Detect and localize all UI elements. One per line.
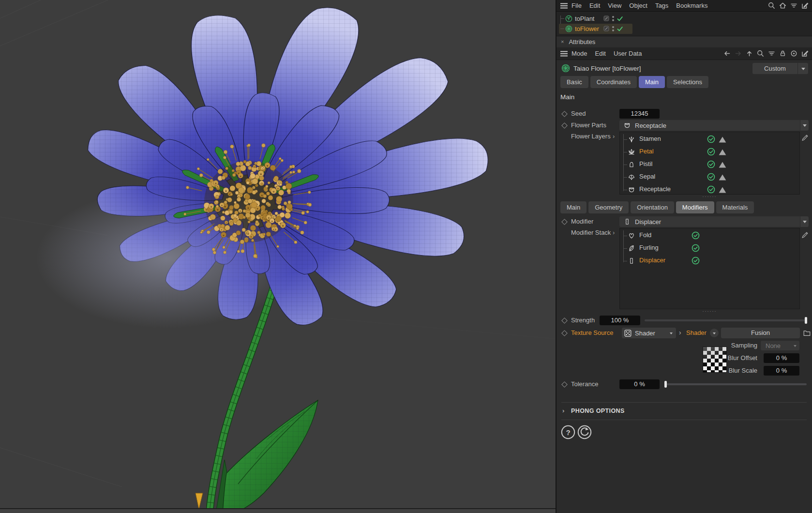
tab-basic[interactable]: Basic [560,76,588,88]
target-icon[interactable] [790,49,798,58]
chevron-down-icon [670,332,673,336]
menu-object[interactable]: Object [625,2,651,9]
item-enabled-icon[interactable] [707,185,715,194]
slider-handle[interactable] [805,317,807,324]
strength-slider[interactable] [645,319,807,321]
object-name[interactable]: toPlant [575,15,594,22]
flower-layer-petal[interactable]: Petal [620,146,799,158]
item-enabled-icon[interactable] [692,256,700,265]
item-enabled-icon[interactable] [707,148,715,156]
keyframe-diamond-icon[interactable] [561,122,568,129]
search-icon[interactable] [767,1,776,10]
resize-handle[interactable]: ······ [619,310,800,313]
item-enabled-icon[interactable] [707,160,715,168]
preset-dropdown-arrow[interactable] [798,63,808,74]
keyframe-diamond-icon[interactable] [561,330,568,336]
object-item-toflower[interactable]: toFlower [559,24,632,34]
home-icon[interactable] [779,1,787,10]
menu-tags[interactable]: Tags [651,2,672,9]
item-enabled-icon[interactable] [692,244,700,252]
sub-tab-materials[interactable]: Materials [716,201,754,213]
sub-tab-geometry[interactable]: Geometry [588,201,629,213]
keyframe-diamond-icon[interactable] [561,317,568,324]
item-triangle-icon[interactable] [719,136,726,143]
modifier-stack-item-furling[interactable]: Furling [620,242,799,255]
tab-main[interactable]: Main [639,76,665,88]
pencil-icon[interactable] [801,231,809,239]
item-triangle-icon[interactable] [719,162,726,168]
attr-menu-edit[interactable]: Edit [591,50,610,57]
hamburger-menu-icon[interactable] [560,51,568,57]
flower-layer-pistil[interactable]: Pistil [620,158,799,171]
item-enabled-icon[interactable] [692,231,700,240]
lock-icon[interactable] [779,49,787,58]
sampling-dropdown[interactable]: None [761,341,799,350]
forward-arrow-icon[interactable] [734,49,742,58]
menu-bookmarks[interactable]: Bookmarks [672,2,711,9]
compose-window-icon[interactable] [801,49,809,58]
sub-tab-main[interactable]: Main [560,201,586,213]
item-enabled-icon[interactable] [707,173,715,181]
attr-menu-user-data[interactable]: User Data [610,50,646,57]
item-triangle-icon[interactable] [719,187,726,193]
item-enabled-icon[interactable] [707,135,715,143]
3d-viewport[interactable] [0,0,556,513]
phong-options-section[interactable]: › PHONG OPTIONS [556,406,812,417]
object-item-toplant[interactable]: toPlant [559,14,632,24]
help-icon[interactable]: ? [560,424,576,440]
shader-link[interactable]: Shader [686,329,707,336]
resize-handle[interactable]: ······ [619,196,800,198]
reset-icon[interactable] [577,424,592,440]
flower-layer-sepal[interactable]: Sepal [620,171,799,183]
modifier-stack-item-fold[interactable]: Fold [620,229,799,242]
flower-parts-dropdown-arrow[interactable] [800,120,809,131]
menu-file[interactable]: File [568,2,586,9]
tolerance-input[interactable]: 0 % [619,379,660,389]
sub-tab-orientation[interactable]: Orientation [631,201,674,213]
modifier-stack-item-displacer[interactable]: Displacer [620,255,799,267]
attr-menu-mode[interactable]: Mode [568,50,591,57]
back-arrow-icon[interactable] [723,49,731,58]
flower-layer-stamen[interactable]: Stamen [620,133,799,146]
close-icon[interactable]: × [561,39,564,45]
slider-handle[interactable] [664,381,667,388]
shader-link-dropdown[interactable] [710,329,719,337]
modifier-dropdown[interactable]: Displacer [619,216,800,227]
keyframe-diamond-icon[interactable] [561,111,568,117]
visibility-dots-icon[interactable] [612,15,615,22]
pencil-icon[interactable] [801,134,809,142]
blur-scale-input[interactable]: 0 % [764,366,799,376]
layer-badge-icon[interactable] [603,15,609,21]
compose-window-icon[interactable] [801,1,809,10]
layer-badge-icon[interactable] [603,26,609,31]
filter-icon[interactable] [767,49,776,58]
tolerance-slider[interactable] [665,383,807,385]
strength-input[interactable]: 100 % [600,316,640,325]
object-name[interactable]: toFlower [575,25,599,32]
modifier-dropdown-arrow[interactable] [800,216,809,227]
tab-coordinates[interactable]: Coordinates [590,76,637,88]
menu-edit[interactable]: Edit [586,2,604,9]
search-icon[interactable] [756,49,765,58]
blur-offset-input[interactable]: 0 % [764,353,799,363]
flower-parts-dropdown[interactable]: Receptacle [619,120,800,131]
folder-icon[interactable] [803,329,811,337]
shader-kind-dropdown[interactable]: Shader [622,328,676,338]
hamburger-menu-icon[interactable] [560,3,568,9]
menu-view[interactable]: View [604,2,625,9]
up-arrow-icon[interactable] [745,49,753,58]
sub-tab-modifiers[interactable]: Modifiers [676,201,714,213]
enabled-check-icon[interactable] [617,26,623,32]
fusion-button[interactable]: Fusion [721,328,800,338]
keyframe-diamond-icon[interactable] [561,219,568,225]
enabled-check-icon[interactable] [617,15,623,22]
item-triangle-icon[interactable] [719,174,726,181]
visibility-dots-icon[interactable] [612,26,615,32]
item-triangle-icon[interactable] [719,149,726,155]
preset-dropdown[interactable]: Custom [752,63,797,74]
keyframe-diamond-icon[interactable] [561,381,568,388]
filter-icon[interactable] [790,1,798,10]
attributes-panel-header[interactable]: × Attributes [556,36,812,48]
seed-input[interactable]: 12345 [619,109,660,119]
tab-selections[interactable]: Selections [667,76,708,88]
